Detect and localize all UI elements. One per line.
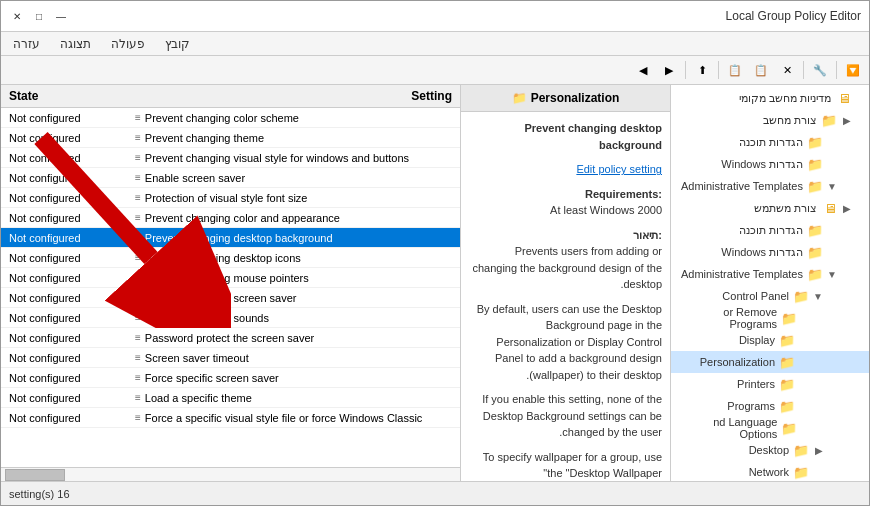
tree-item[interactable]: 📁הגדרות Windows bbox=[671, 153, 869, 175]
setting-icon: ≡ bbox=[135, 252, 141, 263]
tree-item[interactable]: ▶📁צורת מחשב bbox=[671, 109, 869, 131]
tree-item[interactable]: ▼📁Administrative Templates bbox=[671, 175, 869, 197]
setting-icon: ≡ bbox=[135, 112, 141, 123]
tree-label: צורת מחשב bbox=[763, 114, 817, 127]
tree-item[interactable]: 📁nd Language Options bbox=[671, 417, 869, 439]
tree-label: Administrative Templates bbox=[681, 180, 803, 192]
policy-state: Not configured bbox=[5, 272, 135, 284]
tree-item[interactable]: 🖥מדיניות מחשב מקומי bbox=[671, 87, 869, 109]
back-button[interactable]: ◀ bbox=[631, 59, 655, 81]
horizontal-scrollbar[interactable] bbox=[1, 467, 460, 481]
tree-folder-icon: 📁 bbox=[805, 245, 823, 260]
tree-item[interactable]: 📁Programs bbox=[671, 395, 869, 417]
policy-row[interactable]: Not configuredPrevent changing color and… bbox=[1, 208, 460, 228]
policy-row[interactable]: Not configuredPrevent changing color sch… bbox=[1, 108, 460, 128]
policy-setting: Enable screen saver≡ bbox=[135, 172, 456, 184]
policy-setting: Load a specific theme≡ bbox=[135, 392, 456, 404]
tree-folder-icon: 📁 bbox=[805, 223, 823, 238]
policy-row[interactable]: Not configuredEnable screen saver≡ bbox=[1, 168, 460, 188]
tree-folder-icon: 🖥 bbox=[819, 201, 837, 216]
toolbar-separator-3 bbox=[803, 61, 804, 79]
toolbar: ◀ ▶ ⬆ 📋 📋 ✕ 🔧 🔽 bbox=[1, 56, 869, 85]
policy-row[interactable]: Not configuredForce a specific visual st… bbox=[1, 408, 460, 428]
tree-folder-icon: 📁 bbox=[777, 399, 795, 414]
close-button[interactable]: ✕ bbox=[9, 8, 25, 24]
policy-list: Not configuredPrevent changing color sch… bbox=[1, 108, 460, 428]
description-content: Prevent changing desktop background Edit… bbox=[461, 112, 670, 481]
menu-help[interactable]: עזרה bbox=[9, 35, 44, 53]
maximize-button[interactable]: □ bbox=[31, 8, 47, 24]
tree-arrow-icon: ▼ bbox=[823, 181, 837, 192]
tree-item[interactable]: 📁הגדרות תוכנה bbox=[671, 219, 869, 241]
tree-item[interactable]: 📁Personalization bbox=[671, 351, 869, 373]
tree-item[interactable]: ▼📁Control Panel bbox=[671, 285, 869, 307]
policy-row[interactable]: Not configuredProtection of visual style… bbox=[1, 188, 460, 208]
setting-icon: ≡ bbox=[135, 132, 141, 143]
copy-button[interactable]: 📋 bbox=[723, 59, 747, 81]
policy-row[interactable]: Not configuredPrevent changing desktop b… bbox=[1, 228, 460, 248]
tree-label: הגדרות תוכנה bbox=[739, 136, 803, 149]
policy-row[interactable]: Not configuredPrevent changing visual st… bbox=[1, 148, 460, 168]
filter-button[interactable]: 🔽 bbox=[841, 59, 865, 81]
tree-folder-icon: 📁 bbox=[819, 113, 837, 128]
tree-item[interactable]: ▶📁Desktop bbox=[671, 439, 869, 461]
window-title: Local Group Policy Editor bbox=[726, 9, 861, 23]
tree-item[interactable]: 📁or Remove Programs bbox=[671, 307, 869, 329]
minimize-button[interactable]: — bbox=[53, 8, 69, 24]
menu-action[interactable]: פעולה bbox=[107, 35, 149, 53]
properties-button[interactable]: 🔧 bbox=[808, 59, 832, 81]
setting-icon: ≡ bbox=[135, 192, 141, 203]
policy-row[interactable]: Not configuredPrevent changing theme≡ bbox=[1, 128, 460, 148]
up-button[interactable]: ⬆ bbox=[690, 59, 714, 81]
policy-row[interactable]: Not configuredForce specific screen save… bbox=[1, 368, 460, 388]
setting-icon: ≡ bbox=[135, 332, 141, 343]
policy-state: Not configured bbox=[5, 212, 135, 224]
policy-row[interactable]: Not configuredPrevent changing mouse poi… bbox=[1, 268, 460, 288]
status-bar: setting(s) 16 bbox=[1, 481, 869, 505]
tree-label: Printers bbox=[737, 378, 775, 390]
policy-state: Not configured bbox=[5, 112, 135, 124]
forward-button[interactable]: ▶ bbox=[657, 59, 681, 81]
window-controls[interactable]: ✕ □ — bbox=[9, 8, 69, 24]
setting-icon: ≡ bbox=[135, 172, 141, 183]
title-bar: ✕ □ — Local Group Policy Editor bbox=[1, 1, 869, 32]
tree-label: nd Language Options bbox=[675, 416, 777, 440]
policy-state: Not configured bbox=[5, 332, 135, 344]
policy-row[interactable]: Not configuredScreen saver timeout≡ bbox=[1, 348, 460, 368]
tree-item[interactable]: ▼📁Administrative Templates bbox=[671, 263, 869, 285]
desc-edit-link[interactable]: Edit policy setting bbox=[469, 161, 662, 178]
tree-label: Administrative Templates bbox=[681, 268, 803, 280]
tree-item[interactable]: 📁הגדרות Windows bbox=[671, 241, 869, 263]
policy-setting: Prevent changing desktop icons≡ bbox=[135, 252, 456, 264]
policy-state: Not configured bbox=[5, 192, 135, 204]
tree-item[interactable]: ▶🖥צורת משתמש bbox=[671, 197, 869, 219]
tree-label: הגדרות Windows bbox=[721, 246, 803, 259]
paste-button[interactable]: 📋 bbox=[749, 59, 773, 81]
policy-state: Not configured bbox=[5, 372, 135, 384]
menu-file[interactable]: קובץ bbox=[161, 35, 194, 53]
tree-item[interactable]: 📁Display bbox=[671, 329, 869, 351]
policy-row[interactable]: Not configuredLoad a specific theme≡ bbox=[1, 388, 460, 408]
tree-label: Programs bbox=[727, 400, 775, 412]
tree-folder-icon: 📁 bbox=[779, 311, 797, 326]
policy-row[interactable]: Not configuredPassword protect the scree… bbox=[1, 328, 460, 348]
setting-icon: ≡ bbox=[135, 232, 141, 243]
toolbar-separator-4 bbox=[836, 61, 837, 79]
menu-view[interactable]: תצוגה bbox=[56, 35, 95, 53]
policy-row[interactable]: Not configuredPrevent changing sounds≡ bbox=[1, 308, 460, 328]
policy-state: Not configured bbox=[5, 412, 135, 424]
tree-folder-icon: 📁 bbox=[777, 355, 795, 370]
policy-row[interactable]: Not configuredPrevent changing screen sa… bbox=[1, 288, 460, 308]
tree-item[interactable]: 📁Printers bbox=[671, 373, 869, 395]
tree-item[interactable]: 📁הגדרות תוכנה bbox=[671, 131, 869, 153]
policy-row[interactable]: Not configuredPrevent changing desktop i… bbox=[1, 248, 460, 268]
tree-label: Desktop bbox=[749, 444, 789, 456]
delete-button[interactable]: ✕ bbox=[775, 59, 799, 81]
policy-state: Not configured bbox=[5, 252, 135, 264]
policy-setting: Password protect the screen saver≡ bbox=[135, 332, 456, 344]
tree-item[interactable]: 📁Network bbox=[671, 461, 869, 481]
policy-state: Not configured bbox=[5, 132, 135, 144]
tree-folder-icon: 📁 bbox=[777, 333, 795, 348]
desc-heading: Prevent changing desktop background bbox=[469, 120, 662, 153]
tree-label: Control Panel bbox=[722, 290, 789, 302]
